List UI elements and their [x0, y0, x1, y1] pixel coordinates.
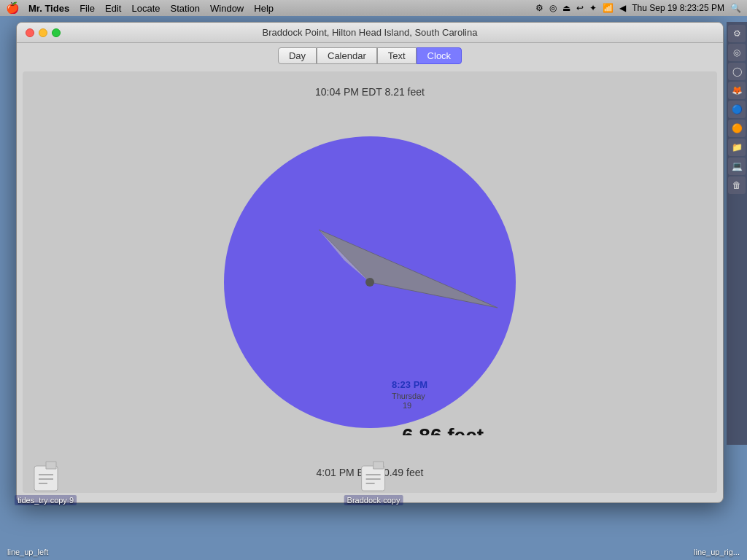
- maximize-button[interactable]: [52, 28, 61, 37]
- sidebar-icons: ⚙ ◎ ◯ 🦊 🔵 🟠 📁 💻 🗑: [727, 22, 747, 445]
- tide-high-label: 10:04 PM EDT 8.21 feet: [315, 86, 425, 98]
- tabbar: Day Calendar Text Clock: [17, 43, 723, 69]
- svg-rect-13: [362, 466, 385, 491]
- svg-marker-9: [46, 462, 56, 469]
- menu-window[interactable]: Window: [210, 3, 244, 14]
- traffic-lights: [26, 28, 61, 37]
- titlebar: Braddock Point, Hilton Head Island, Sout…: [17, 23, 723, 43]
- tab-day[interactable]: Day: [278, 47, 317, 64]
- desktop-icon-left-label: tides_try copy 9: [15, 495, 77, 505]
- sidebar-icon-8[interactable]: 🗑: [728, 176, 746, 194]
- svg-text:6.86 feet: 6.86 feet: [402, 424, 484, 435]
- sidebar-icon-7[interactable]: 💻: [728, 158, 746, 175]
- menubar: 🍎 Mr. Tides File Edit Locate Station Win…: [0, 0, 747, 16]
- sidebar-icon-0[interactable]: ⚙: [728, 25, 746, 42]
- menu-locate[interactable]: Locate: [131, 3, 160, 14]
- sidebar-icon-3[interactable]: 🦊: [728, 82, 746, 99]
- menubar-gear-icon: ⚙: [535, 3, 543, 13]
- desktop-icon-center-label: Braddock copy: [344, 495, 403, 505]
- svg-rect-8: [34, 466, 58, 491]
- desktop-icon-img-center: [360, 460, 387, 492]
- svg-marker-14: [374, 462, 384, 469]
- bottom-right-label: line_up_rig...: [694, 548, 740, 556]
- tab-clock[interactable]: Clock: [417, 47, 462, 64]
- svg-text:8:23 PM: 8:23 PM: [392, 379, 427, 390]
- menu-edit[interactable]: Edit: [105, 3, 121, 14]
- app-name[interactable]: Mr. Tides: [28, 3, 69, 14]
- clock-content: 10:04 PM EDT 8.21 feet 8:23 PMThursday19…: [23, 71, 717, 493]
- menubar-eject-icon: ⏏: [562, 3, 570, 13]
- menu-file[interactable]: File: [80, 3, 95, 14]
- tab-text[interactable]: Text: [377, 47, 417, 64]
- sidebar-icon-4[interactable]: 🔵: [728, 101, 746, 118]
- svg-text:Thursday: Thursday: [392, 392, 425, 400]
- main-window: Braddock Point, Hilton Head Island, Sout…: [16, 22, 724, 503]
- menubar-datetime: Thu Sep 19 8:23:25 PM: [632, 3, 724, 13]
- menubar-wifi-icon: 📶: [603, 3, 614, 13]
- menubar-circle-icon: ◎: [549, 3, 557, 13]
- menubar-right: ⚙ ◎ ⏏ ↩ ✦ 📶 ◀ Thu Sep 19 8:23:25 PM 🔍: [535, 3, 741, 13]
- tab-calendar[interactable]: Calendar: [317, 47, 377, 64]
- sidebar-icon-6[interactable]: 📁: [728, 139, 746, 156]
- minimize-button[interactable]: [39, 28, 47, 37]
- svg-text:19: 19: [403, 401, 411, 410]
- desktop-icon-center[interactable]: Braddock copy: [344, 460, 403, 505]
- svg-point-3: [365, 278, 374, 287]
- bottom-left-label: line_up_left: [7, 548, 48, 556]
- menubar-back-icon: ↩: [576, 3, 584, 13]
- sidebar-icon-1[interactable]: ◎: [728, 44, 746, 61]
- menu-station[interactable]: Station: [171, 3, 200, 14]
- window-title: Braddock Point, Hilton Head Island, Sout…: [263, 27, 478, 38]
- clock-display: 8:23 PMThursday196.86 feet 8:23 PM Thurs…: [217, 129, 523, 435]
- sidebar-icon-2[interactable]: ◯: [728, 63, 746, 80]
- desktop-icon-left[interactable]: tides_try copy 9: [15, 460, 77, 505]
- close-button[interactable]: [26, 28, 34, 37]
- menubar-search-icon[interactable]: 🔍: [730, 3, 741, 13]
- desktop-icon-img-left: [33, 460, 59, 492]
- apple-menu[interactable]: 🍎: [6, 1, 20, 15]
- clock-svg: 8:23 PMThursday196.86 feet: [217, 129, 523, 435]
- menu-help[interactable]: Help: [254, 3, 274, 14]
- sidebar-icon-5[interactable]: 🟠: [728, 120, 746, 137]
- menubar-bluetooth-icon: ✦: [589, 3, 597, 13]
- menubar-battery-icon: ◀: [619, 3, 626, 13]
